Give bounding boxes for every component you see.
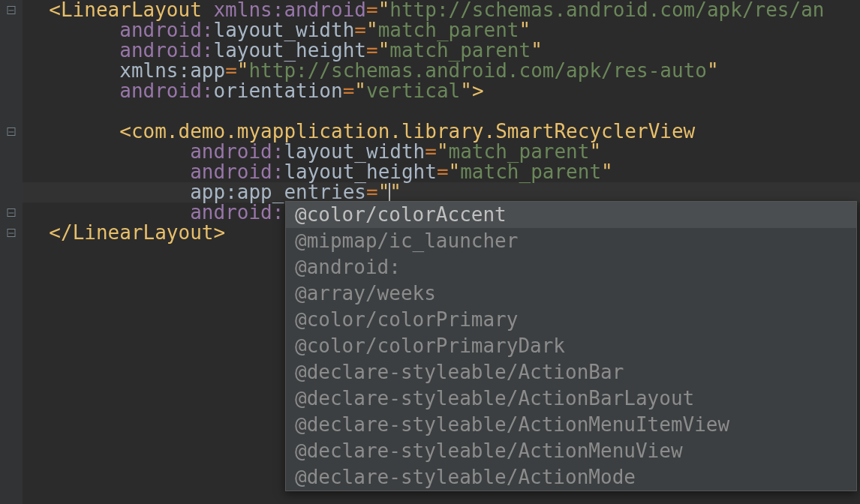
code-token: = bbox=[366, 39, 378, 62]
code-token: = bbox=[343, 80, 355, 102]
code-token: = bbox=[354, 19, 366, 41]
code-token: match_parent bbox=[378, 19, 519, 41]
code-token: = bbox=[366, 181, 378, 203]
code-token: " bbox=[519, 19, 531, 41]
code-line[interactable]: <LinearLayout xmlns:android="http://sche… bbox=[23, 0, 860, 20]
code-token: layout_height bbox=[284, 160, 437, 183]
code-token: " bbox=[354, 80, 366, 102]
autocomplete-item[interactable]: @declare-styleable/ActionMenuItemView bbox=[286, 412, 856, 438]
code-token: http://schemas.android.com/apk/res-auto bbox=[248, 59, 706, 82]
code-token: = bbox=[425, 140, 437, 163]
code-token: " bbox=[389, 181, 401, 203]
code-token: " bbox=[601, 160, 613, 183]
code-token: android: bbox=[119, 19, 213, 41]
code-token: = bbox=[437, 160, 449, 183]
code-token: http://schemas.android.com/apk/res/an bbox=[389, 0, 824, 21]
gutter bbox=[0, 0, 23, 504]
code-line[interactable]: app:app_entries="" bbox=[23, 182, 860, 202]
fold-toggle-icon[interactable] bbox=[8, 6, 16, 14]
autocomplete-item[interactable]: @color/colorPrimaryDark bbox=[286, 333, 856, 359]
code-token: = bbox=[366, 0, 378, 21]
code-token: " bbox=[460, 80, 472, 102]
autocomplete-item[interactable]: @declare-styleable/ActionMenuView bbox=[286, 438, 856, 464]
code-token: android: bbox=[190, 140, 284, 163]
code-token: " bbox=[237, 59, 249, 82]
code-token: android: bbox=[190, 160, 284, 183]
fold-toggle-icon[interactable] bbox=[8, 128, 16, 136]
code-token: xmlns:app bbox=[119, 59, 225, 82]
autocomplete-item[interactable]: @color/colorAccent bbox=[286, 202, 856, 228]
code-token: " bbox=[531, 39, 543, 62]
code-line[interactable]: android:orientation="vertical"> bbox=[23, 81, 860, 101]
code-line[interactable]: <com.demo.myapplication.library.SmartRec… bbox=[23, 122, 860, 142]
code-line[interactable] bbox=[23, 101, 860, 122]
code-token: " bbox=[366, 19, 378, 41]
code-line[interactable]: android:layout_height="match_parent" bbox=[23, 40, 860, 61]
code-line[interactable]: xmlns:app="http://schemas.android.com/ap… bbox=[23, 61, 860, 81]
autocomplete-item[interactable]: @android: bbox=[286, 254, 856, 280]
code-token: </ bbox=[49, 221, 72, 244]
fold-toggle-icon[interactable] bbox=[8, 229, 16, 237]
code-token: " bbox=[437, 140, 449, 163]
code-token: com.demo.myapplication.library.SmartRecy… bbox=[131, 120, 695, 142]
code-token: LinearLayout bbox=[73, 221, 214, 244]
autocomplete-item[interactable]: @mipmap/ic_launcher bbox=[286, 228, 856, 254]
code-token: " bbox=[378, 181, 390, 203]
autocomplete-popup[interactable]: @color/colorAccent@mipmap/ic_launcher@an… bbox=[285, 201, 857, 491]
code-line[interactable]: android:layout_width="match_parent" bbox=[23, 142, 860, 162]
code-token: layout_width bbox=[213, 19, 354, 41]
autocomplete-item[interactable]: @declare-styleable/ActionMode bbox=[286, 464, 856, 490]
code-token: LinearLayout bbox=[61, 0, 214, 21]
code-token: android: bbox=[119, 80, 213, 102]
code-token: > bbox=[213, 221, 225, 244]
code-token: > bbox=[472, 80, 484, 102]
code-token: " bbox=[378, 39, 390, 62]
autocomplete-item[interactable]: @declare-styleable/ActionBarLayout bbox=[286, 386, 856, 412]
code-token: layout_height bbox=[213, 39, 366, 62]
code-token: layout_width bbox=[284, 140, 425, 163]
code-token: xmlns:android bbox=[213, 0, 366, 21]
autocomplete-item[interactable]: @color/colorPrimary bbox=[286, 307, 856, 333]
fold-toggle-icon[interactable] bbox=[8, 208, 16, 217]
code-token: < bbox=[119, 120, 131, 142]
code-token: = bbox=[225, 59, 237, 82]
code-token: android: bbox=[119, 39, 213, 62]
code-token: vertical bbox=[366, 80, 460, 102]
code-line[interactable]: android:layout_height="match_parent" bbox=[23, 162, 860, 182]
code-line[interactable]: android:layout_width="match_parent" bbox=[23, 20, 860, 40]
xml-editor[interactable]: <LinearLayout xmlns:android="http://sche… bbox=[0, 0, 860, 504]
autocomplete-item[interactable]: @array/weeks bbox=[286, 280, 856, 307]
code-token: match_parent bbox=[449, 140, 590, 163]
autocomplete-item[interactable]: @declare-styleable/ActionBar bbox=[286, 359, 856, 386]
code-token: match_parent bbox=[460, 160, 601, 183]
code-token: orientation bbox=[213, 80, 342, 102]
code-token: " bbox=[707, 59, 719, 82]
code-token: " bbox=[589, 140, 601, 163]
code-token: " bbox=[378, 0, 390, 21]
code-token: app:app_entries bbox=[190, 181, 366, 203]
code-token: < bbox=[49, 0, 61, 21]
code-token: " bbox=[449, 160, 461, 183]
code-token: android: bbox=[190, 201, 284, 224]
code-token: match_parent bbox=[389, 39, 531, 62]
